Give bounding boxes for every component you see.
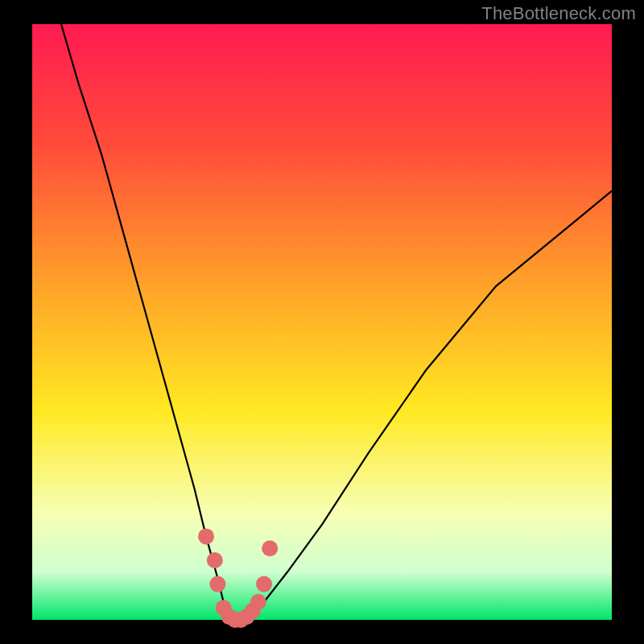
highlight-point (250, 594, 266, 610)
highlight-point (256, 576, 272, 592)
chart-svg (0, 0, 644, 644)
highlight-point (198, 528, 214, 544)
plot-area (32, 24, 612, 620)
highlight-point (207, 552, 223, 568)
highlight-point (209, 576, 225, 592)
highlight-point (262, 540, 278, 556)
watermark-text: TheBottleneck.com (481, 3, 636, 24)
chart-frame: TheBottleneck.com (0, 0, 644, 644)
